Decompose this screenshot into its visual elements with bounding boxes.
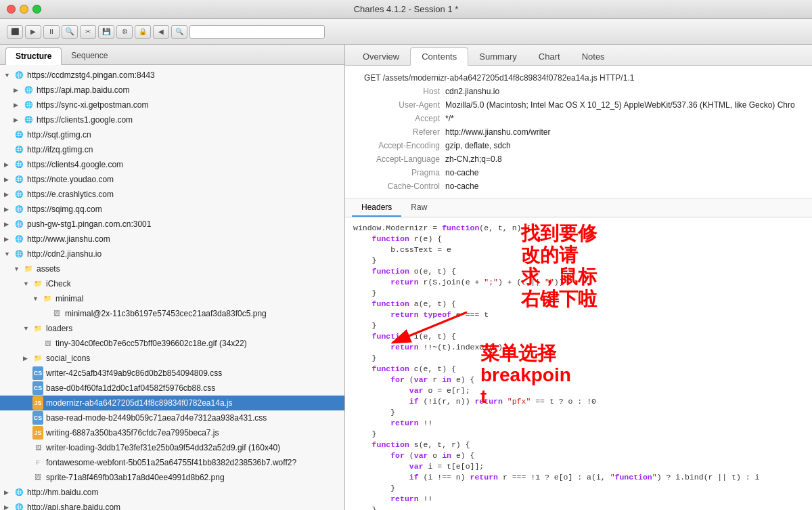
tree-item[interactable]: JSwriting-6887a350ba435f76cfdc7ea7995bec…	[0, 425, 344, 440]
tree-item[interactable]: ▶🌐https://sqimg.qq.com	[0, 202, 344, 217]
tree-item[interactable]: JSmodernizr-ab4a6427205d14f8c89834f0782e…	[0, 396, 344, 410]
toolbar-button[interactable]: ▶	[25, 25, 41, 39]
tree-item[interactable]: ▶🌐https://sync-xi.getpostman.com	[0, 98, 344, 112]
tree-item[interactable]: 🌐http://sqt.gtimg.cn	[0, 127, 344, 142]
request-line-row: GET /assets/modernizr-ab4a6427205d14f8c8…	[359, 71, 798, 85]
pragma-row: Pragma no-cache	[359, 166, 798, 179]
tab-notes[interactable]: Notes	[571, 48, 616, 65]
code-line: }	[353, 483, 804, 494]
pragma-key: Pragma	[359, 166, 440, 179]
minimize-button[interactable]	[20, 5, 28, 14]
close-button[interactable]	[7, 5, 16, 14]
toolbar-button[interactable]: 🔍	[171, 25, 187, 39]
tree-label: iCheck	[46, 278, 340, 290]
toolbar-button[interactable]: ⏸	[43, 25, 60, 39]
tree-label: modernizr-ab4a6427205d14f8c89834f0782ea1…	[46, 397, 340, 409]
tree-item[interactable]: ▶🌐https://e.crashlytics.com	[0, 187, 344, 202]
tree-label: https://clients1.google.com	[37, 114, 340, 126]
tree-item[interactable]: ▶🌐http://www.jianshu.com	[0, 232, 344, 247]
sub-tabs: Headers Raw	[345, 199, 812, 217]
tree-item[interactable]: ▶🌐http://hm.baidu.com	[0, 485, 344, 500]
tree-expand-arrow: ▶	[14, 84, 23, 96]
tree-item[interactable]: ▼📁minimal	[0, 291, 344, 306]
tree-item[interactable]: CSbase-read-mode-b2449b059c71aea7d4e7312…	[0, 410, 344, 425]
toolbar-button[interactable]: ⚙	[116, 25, 133, 39]
host-row: Host cdn2.jianshu.io	[359, 85, 798, 98]
tab-summary[interactable]: Summary	[468, 48, 528, 65]
left-panel: Structure Sequence ▼🌐https://ccdmzstg4.p…	[0, 45, 345, 510]
tree-label: https://sqimg.qq.com	[27, 203, 340, 215]
tree-item[interactable]: ▶🌐https://note.youdao.com	[0, 172, 344, 187]
tree-item[interactable]: ▶🌐https://api.map.baidu.com	[0, 83, 344, 98]
tree-label: https://note.youdao.com	[27, 173, 340, 186]
search-input[interactable]	[189, 25, 325, 39]
tab-sequence[interactable]: Sequence	[62, 47, 117, 64]
accept-val: */*	[445, 112, 454, 125]
toolbar-button[interactable]: ⬛	[7, 25, 23, 39]
tree-item[interactable]: ▶🌐http://api.share.baidu.com	[0, 500, 344, 510]
toolbar-button[interactable]: ◀	[153, 25, 169, 39]
toolbar-button[interactable]: 💾	[98, 25, 114, 39]
toolbar-button[interactable]: ✂	[80, 25, 96, 39]
code-panel[interactable]: window.Modernizr = function(e, t, n) { f…	[345, 217, 812, 510]
code-line: for (var o in e) {	[353, 450, 804, 461]
user-agent-val: Mozilla/5.0 (Macintosh; Intel Mac OS X 1…	[445, 98, 795, 112]
code-line: function i(e, t) {	[353, 331, 804, 342]
tree-item[interactable]: ▼📁loaders	[0, 321, 344, 336]
titlebar: Charles 4.1.2 - Session 1 *	[0, 0, 812, 19]
accept-language-row: Accept-Language zh-CN,zh;q=0.8	[359, 152, 798, 166]
tree-label: http://api.share.baidu.com	[27, 501, 340, 510]
tab-contents[interactable]: Contents	[410, 47, 468, 66]
tree-expand-arrow: ▶	[4, 158, 14, 171]
tree-expand-arrow: ▼	[4, 248, 14, 260]
tree-item[interactable]: CSbase-d0b4f60fa1d2d0c1af04582f5976cb88.…	[0, 381, 344, 396]
tree-icon: 📁	[32, 323, 43, 334]
tree-label: https://clients4.google.com	[27, 158, 340, 171]
tree-item[interactable]: 🖼tiny-304c0fec0b7e6cc57bff0e396602c18e.g…	[0, 336, 344, 351]
tab-chart[interactable]: Chart	[528, 48, 571, 65]
accept-row: Accept */*	[359, 112, 798, 125]
tree-label: https://ccdmzstg4.pingan.com:8443	[27, 69, 340, 81]
tree-expand-arrow: ▶	[14, 99, 23, 111]
maximize-button[interactable]	[32, 5, 41, 14]
tree-label: tiny-304c0fec0b7e6cc57bff0e396602c18e.gi…	[55, 337, 340, 349]
tree-item[interactable]: ▶📁social_icons	[0, 351, 344, 366]
tree-item[interactable]: ▶🌐https://clients1.google.com	[0, 112, 344, 127]
code-line: }	[353, 255, 804, 266]
tree-item[interactable]: 🌐http://ifzq.gtimg.cn	[0, 142, 344, 157]
tree-container[interactable]: ▼🌐https://ccdmzstg4.pingan.com:8443▶🌐htt…	[0, 65, 344, 510]
tree-item[interactable]: ▶🌐https://clients4.google.com	[0, 157, 344, 172]
tree-icon: CS	[32, 368, 43, 379]
tree-icon: CS	[32, 412, 43, 423]
code-line: if (i !== n) return r === !1 ? e[o] : a(…	[353, 472, 804, 483]
tree-item[interactable]: ▼🌐http://cdn2.jianshu.io	[0, 247, 344, 261]
tree-expand-arrow: ▼	[23, 278, 32, 290]
toolbar-button[interactable]: 🔍	[62, 25, 78, 39]
tree-expand-arrow: ▶	[4, 203, 14, 215]
code-line: function r(e) {	[353, 234, 804, 245]
tree-item[interactable]: CSwriter-42c5afb43f49ab9c86d0b2b85409480…	[0, 366, 344, 381]
tree-icon: 📁	[23, 263, 34, 274]
subtab-headers[interactable]: Headers	[352, 199, 401, 217]
subtab-raw[interactable]: Raw	[401, 199, 436, 217]
tree-expand-arrow: ▶	[4, 501, 14, 510]
tree-item[interactable]: ▼📁assets	[0, 261, 344, 276]
toolbar-button[interactable]: 🔒	[135, 25, 151, 39]
accept-encoding-key: Accept-Encoding	[359, 139, 440, 152]
accept-encoding-val: gzip, deflate, sdch	[445, 139, 511, 152]
tree-item[interactable]: ▼📁iCheck	[0, 276, 344, 291]
tree-item[interactable]: Ffontawesome-webfont-5b051a25a64755f41bb…	[0, 455, 344, 470]
tree-icon: 🖼	[51, 308, 62, 319]
tab-overview[interactable]: Overview	[352, 48, 410, 65]
tree-item[interactable]: 🖼sprite-71a8f469fb03ab17a8d40ee4991d8b62…	[0, 470, 344, 485]
code-line: }	[353, 320, 804, 331]
tab-structure[interactable]: Structure	[5, 47, 62, 65]
tree-item[interactable]: ▶🌐push-gw-stg1.pingan.com.cn:3001	[0, 217, 344, 232]
tree-item[interactable]: 🖼minimal@2x-11c3b6197e57453cec21aaf3da83…	[0, 306, 344, 321]
tree-item[interactable]: ▼🌐https://ccdmzstg4.pingan.com:8443	[0, 68, 344, 83]
tree-item[interactable]: 🖼writer-loading-3ddb17e3fef31e25b0a9f54d…	[0, 440, 344, 455]
tree-label: http://ifzq.gtimg.cn	[27, 144, 340, 156]
tree-icon: 🌐	[14, 219, 24, 230]
main-area: Structure Sequence ▼🌐https://ccdmzstg4.p…	[0, 45, 812, 510]
tree-icon: 📁	[32, 353, 43, 364]
